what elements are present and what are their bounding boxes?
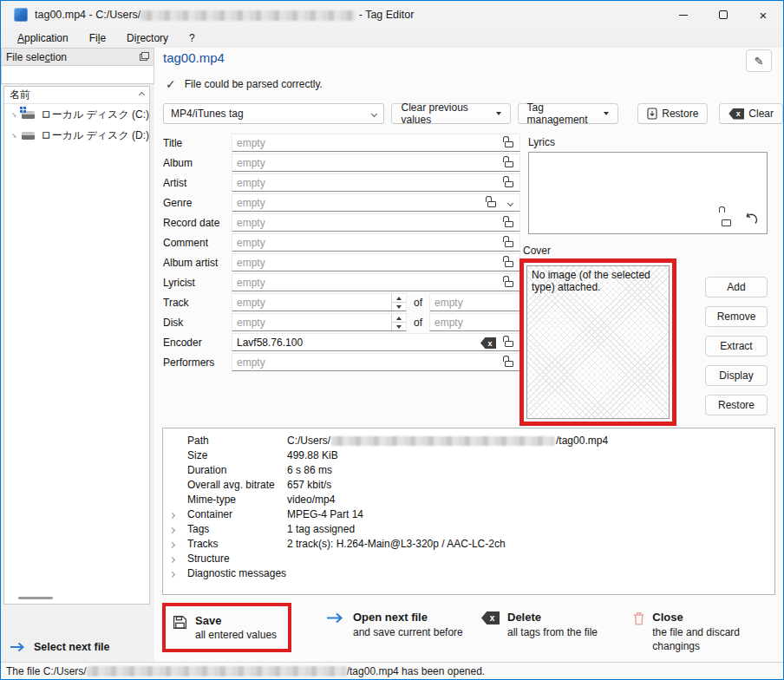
unlock-icon[interactable]	[505, 261, 513, 267]
track-number-input[interactable]	[232, 294, 406, 311]
tag-management-button[interactable]: Tag management	[518, 103, 619, 124]
undo-icon[interactable]	[743, 212, 758, 226]
menu-application[interactable]: Application	[10, 30, 76, 46]
chevron-right-icon[interactable]	[12, 133, 16, 137]
genre-input[interactable]	[232, 194, 519, 211]
save-button[interactable]: Save all entered values	[173, 613, 277, 643]
clear-button[interactable]: x Clear	[719, 103, 783, 124]
unlock-icon[interactable]	[505, 241, 513, 247]
title-input[interactable]	[232, 134, 519, 151]
spin-down-button[interactable]	[392, 303, 406, 311]
caret-down-icon	[496, 112, 501, 115]
spin-up-button[interactable]	[392, 294, 406, 303]
tag-format-select[interactable]: MP4/iTunes tag	[163, 103, 384, 124]
app-body: File selection 名前 ローカル ディスク (C:) ローカル ディ	[1, 48, 783, 662]
chevron-right-icon[interactable]	[169, 526, 175, 533]
info-row-tags[interactable]: Tags 1 tag assigned	[163, 521, 774, 536]
close-button[interactable]: ×	[743, 1, 783, 29]
statusbar: The file C:/Users//tag00.mp4 has been op…	[1, 662, 783, 679]
album-artist-input[interactable]	[232, 254, 519, 271]
cover-restore-button[interactable]: Restore	[705, 395, 768, 415]
float-panel-icon[interactable]	[140, 54, 147, 61]
info-row-path[interactable]: Path C:/Users//tag00.mp4	[163, 433, 774, 448]
unlock-icon[interactable]	[505, 361, 513, 367]
edit-filename-button[interactable]: ✎	[746, 49, 772, 72]
cover-remove-button[interactable]: Remove	[705, 306, 768, 327]
info-row-size[interactable]: Size 499.88 KiB	[163, 448, 774, 462]
maximize-icon	[719, 10, 728, 19]
select-next-file-button[interactable]: Select next file	[10, 641, 110, 653]
sort-ascending-icon	[139, 92, 145, 98]
maximize-button[interactable]	[703, 1, 743, 29]
open-next-file-button[interactable]: Open next file and save current before	[326, 610, 463, 639]
triangle-down-icon	[396, 305, 402, 309]
menu-directory[interactable]: Directory	[119, 30, 176, 46]
chevron-right-icon[interactable]	[12, 112, 16, 116]
close-file-button[interactable]: Close the file and discard changings	[633, 610, 783, 653]
dock-title: File selection	[6, 51, 140, 63]
artist-input[interactable]	[232, 174, 519, 191]
chevron-right-icon[interactable]	[169, 571, 175, 577]
info-row-duration[interactable]: Duration 6 s 86 ms	[163, 462, 774, 477]
unlock-icon[interactable]	[722, 219, 731, 226]
tree-item-local-disk-d[interactable]: ローカル ディスク (D:)	[4, 125, 149, 146]
file-selection-panel: File selection 名前 ローカル ディスク (C:) ローカル ディ	[1, 48, 154, 662]
track-number-field	[232, 293, 407, 311]
menu-file[interactable]: File	[82, 30, 114, 46]
window-controls: ×	[663, 1, 783, 29]
field-row-track: Track of	[163, 292, 520, 312]
file-filter-input[interactable]	[1, 66, 154, 84]
info-row-tracks[interactable]: Tracks 2 track(s): H.264-Main@L3-320p / …	[163, 536, 774, 551]
performers-input[interactable]	[232, 354, 519, 370]
unlock-icon[interactable]	[487, 201, 496, 207]
spin-down-button[interactable]	[392, 323, 406, 330]
chevron-right-icon[interactable]	[169, 541, 175, 547]
drive-icon	[22, 132, 35, 140]
arrow-right-icon	[10, 642, 27, 652]
unlock-icon[interactable]	[505, 221, 513, 227]
window-title: tag00.mp4 - C:/Users/ - Tag Editor	[35, 9, 414, 21]
lyrics-icons	[722, 212, 758, 226]
chevron-right-icon[interactable]	[169, 512, 175, 518]
unlock-icon[interactable]	[505, 341, 513, 347]
redacted-path	[140, 10, 356, 21]
tag-editor-window: tag00.mp4 - C:/Users/ - Tag Editor × App…	[0, 0, 784, 680]
main-panel: tag00.mp4 ✎ ✓ File could be parsed corre…	[154, 48, 783, 662]
field-row-title: Title	[163, 133, 520, 153]
cover-extract-button[interactable]: Extract	[705, 336, 768, 356]
save-floppy-icon	[173, 615, 187, 630]
horizontal-scrollbar[interactable]	[18, 597, 53, 599]
spin-up-button[interactable]	[392, 314, 406, 323]
info-row-diagnostic-messages[interactable]: Diagnostic messages	[163, 566, 774, 580]
cover-add-button[interactable]: Add	[705, 277, 768, 298]
field-row-disk: Disk of	[163, 312, 520, 332]
restore-button[interactable]: Restore	[637, 103, 708, 124]
unlock-icon[interactable]	[505, 141, 513, 147]
album-input[interactable]	[232, 154, 519, 171]
tree-item-local-disk-c[interactable]: ローカル ディスク (C:)	[4, 104, 149, 125]
info-row-mime-type[interactable]: Mime-type video/mp4	[163, 492, 774, 507]
record-date-input[interactable]	[232, 214, 519, 231]
info-row-bitrate[interactable]: Overall avg. bitrate 657 kbit/s	[163, 477, 774, 492]
chevron-down-icon	[371, 110, 377, 116]
info-row-structure[interactable]: Structure	[163, 551, 774, 566]
info-row-container[interactable]: Container MPEG-4 Part 14	[163, 507, 774, 521]
cover-display-button[interactable]: Display	[705, 365, 768, 386]
clear-previous-values-button[interactable]: Clear previous values	[391, 103, 510, 124]
unlock-icon[interactable]	[505, 161, 513, 167]
minimize-button[interactable]	[663, 1, 703, 29]
unlock-icon[interactable]	[505, 281, 513, 287]
tree-column-header[interactable]: 名前	[4, 87, 149, 104]
disk-number-input[interactable]	[232, 314, 406, 330]
delete-tags-button[interactable]: x Delete all tags from the file	[481, 610, 598, 639]
encoder-input[interactable]	[232, 334, 519, 350]
arrow-right-icon	[326, 612, 345, 624]
lyricist-input[interactable]	[232, 274, 519, 291]
menu-help[interactable]: ?	[181, 30, 203, 46]
encoder-field: x	[232, 333, 520, 351]
unlock-icon[interactable]	[505, 181, 513, 187]
comment-field	[232, 233, 520, 252]
field-row-album: Album	[163, 153, 520, 173]
comment-input[interactable]	[232, 234, 519, 251]
chevron-right-icon[interactable]	[169, 556, 175, 562]
